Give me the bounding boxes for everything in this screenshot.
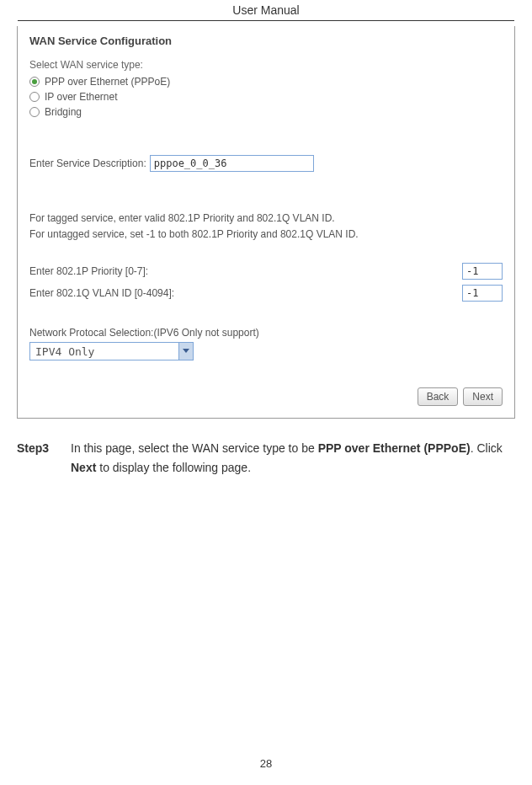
page-header: User Manual xyxy=(18,0,514,21)
select-type-label: Select WAN service type: xyxy=(29,59,503,71)
radio-label: Bridging xyxy=(45,106,82,118)
priority-row: Enter 802.1P Priority [0-7]: xyxy=(29,263,503,280)
radio-bridging[interactable]: Bridging xyxy=(29,106,503,118)
page-number: 28 xyxy=(0,757,532,770)
step-text: In this page, select the WAN service typ… xyxy=(71,439,515,477)
priority-label: Enter 802.1P Priority [0-7]: xyxy=(29,265,148,277)
chevron-down-icon xyxy=(178,343,193,360)
priority-input[interactable] xyxy=(462,263,503,280)
protocol-value: IPV4 Only xyxy=(35,345,94,358)
vlan-label: Enter 802.1Q VLAN ID [0-4094]: xyxy=(29,287,174,299)
doc-title: User Manual xyxy=(232,3,299,17)
service-desc-label: Enter Service Description: xyxy=(29,158,146,169)
protocol-select[interactable]: IPV4 Only xyxy=(29,342,194,360)
step-label: Step3 xyxy=(17,439,71,477)
back-button[interactable]: Back xyxy=(418,387,459,406)
tagged-info-2: For untagged service, set -1 to both 802… xyxy=(29,227,503,243)
radio-ip-ethernet[interactable]: IP over Ethernet xyxy=(29,91,503,103)
radio-label: PPP over Ethernet (PPPoE) xyxy=(45,76,170,88)
step3-section: Step3 In this page, select the WAN servi… xyxy=(17,439,515,477)
vlan-row: Enter 802.1Q VLAN ID [0-4094]: xyxy=(29,285,503,302)
wan-config-screenshot: WAN Service Configuration Select WAN ser… xyxy=(17,26,515,419)
radio-icon xyxy=(29,107,40,117)
service-desc-input[interactable] xyxy=(150,155,314,172)
vlan-input[interactable] xyxy=(462,285,503,302)
protocol-label: Network Protocal Selection:(IPV6 Only no… xyxy=(29,327,503,339)
radio-icon xyxy=(29,92,40,102)
next-button[interactable]: Next xyxy=(463,387,503,406)
radio-icon xyxy=(29,77,40,87)
button-row: Back Next xyxy=(29,387,503,406)
radio-label: IP over Ethernet xyxy=(45,91,118,103)
config-title: WAN Service Configuration xyxy=(29,35,503,47)
radio-pppoe[interactable]: PPP over Ethernet (PPPoE) xyxy=(29,76,503,88)
tagged-info-1: For tagged service, enter valid 802.1P P… xyxy=(29,211,503,227)
service-desc-row: Enter Service Description: xyxy=(29,155,503,172)
